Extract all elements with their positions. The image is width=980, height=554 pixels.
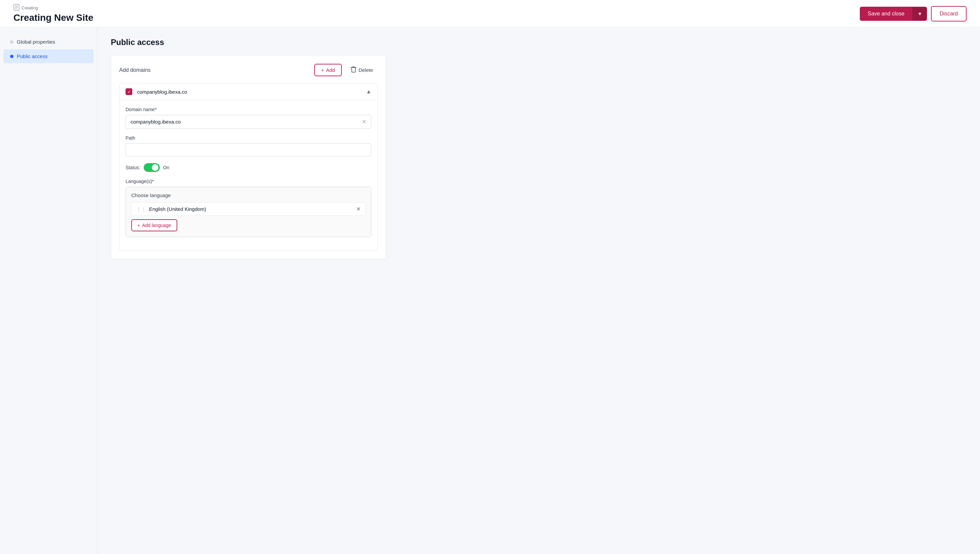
sidebar-item-label-global: Global properties bbox=[17, 39, 55, 45]
domain-name-group: Domain name* ✕ bbox=[126, 107, 371, 129]
plus-icon-language: + bbox=[137, 223, 140, 228]
domain-name-input[interactable] bbox=[130, 119, 362, 124]
status-field-label: Status: bbox=[126, 165, 140, 170]
add-language-button[interactable]: + Add language bbox=[131, 219, 177, 231]
language-item: ⋮⋮ English (United Kingdom) ✕ bbox=[131, 202, 366, 216]
save-dropdown-button[interactable]: ▼ bbox=[913, 7, 927, 21]
sidebar-item-global-properties[interactable]: Global properties bbox=[3, 35, 94, 49]
path-input-wrapper bbox=[126, 143, 371, 156]
path-group: Path bbox=[126, 135, 371, 156]
card-header-actions: + Add Delete bbox=[314, 64, 378, 76]
sidebar-item-label-public: Public access bbox=[17, 53, 48, 59]
header-subtitle: Creating bbox=[13, 4, 93, 12]
section-title: Public access bbox=[111, 38, 967, 47]
domain-form: Domain name* ✕ Path bbox=[119, 100, 377, 250]
remove-language-icon[interactable]: ✕ bbox=[356, 206, 361, 212]
sidebar-dot-public bbox=[10, 55, 13, 58]
domain-accordion-header[interactable]: ✓ companyblog.ibexa.co ▲ bbox=[119, 84, 377, 100]
page-title: Creating New Site bbox=[13, 13, 93, 23]
discard-button[interactable]: Discard bbox=[931, 6, 967, 21]
add-domain-button[interactable]: + Add bbox=[314, 64, 341, 76]
page-icon bbox=[13, 4, 19, 12]
drag-handle-icon[interactable]: ⋮⋮ bbox=[136, 207, 146, 212]
domains-card: Add domains + Add Delete bbox=[111, 55, 386, 259]
delete-button-label: Delete bbox=[359, 67, 373, 73]
content-area: Public access Add domains + Add bbox=[97, 27, 980, 554]
clear-domain-name-icon[interactable]: ✕ bbox=[362, 118, 366, 125]
status-toggle[interactable] bbox=[144, 163, 160, 172]
language-name: English (United Kingdom) bbox=[149, 206, 206, 212]
main-layout: Global properties Public access Public a… bbox=[0, 27, 980, 554]
add-button-label: Add bbox=[326, 67, 335, 73]
toggle-knob bbox=[152, 164, 159, 171]
status-row: Status: On bbox=[126, 163, 371, 172]
languages-box: Choose language ⋮⋮ English (United Kingd… bbox=[126, 187, 371, 237]
add-language-label: Add language bbox=[142, 223, 171, 228]
languages-field-label: Language(s)* bbox=[126, 178, 371, 184]
path-input[interactable] bbox=[130, 147, 366, 153]
path-field-label: Path bbox=[126, 135, 371, 141]
domain-name-input-wrapper: ✕ bbox=[126, 115, 371, 129]
choose-language-label: Choose language bbox=[131, 193, 366, 198]
trash-icon bbox=[350, 66, 356, 74]
domain-checkbox[interactable]: ✓ bbox=[126, 88, 132, 95]
domain-accordion: ✓ companyblog.ibexa.co ▲ Domain name* ✕ bbox=[119, 83, 378, 251]
plus-icon: + bbox=[321, 67, 324, 73]
sidebar-dot-global bbox=[10, 40, 13, 44]
sidebar-item-public-access[interactable]: Public access bbox=[3, 49, 94, 63]
domain-name-field-label: Domain name* bbox=[126, 107, 371, 112]
language-item-left: ⋮⋮ English (United Kingdom) bbox=[136, 206, 206, 212]
checkmark-icon: ✓ bbox=[127, 89, 131, 94]
delete-domain-button[interactable]: Delete bbox=[346, 64, 378, 76]
status-on-label: On bbox=[163, 165, 170, 170]
header-actions: Save and close ▼ Discard bbox=[860, 6, 967, 21]
header: Creating Creating New Site Save and clos… bbox=[0, 0, 980, 27]
sidebar: Global properties Public access bbox=[0, 27, 97, 554]
languages-group: Language(s)* Choose language ⋮⋮ English … bbox=[126, 178, 371, 237]
chevron-up-icon: ▲ bbox=[366, 89, 371, 95]
save-and-close-button[interactable]: Save and close ▼ bbox=[860, 7, 927, 21]
domain-name-label: companyblog.ibexa.co bbox=[137, 89, 366, 95]
add-domains-label: Add domains bbox=[119, 67, 150, 73]
header-left: Creating Creating New Site bbox=[13, 4, 93, 23]
save-main[interactable]: Save and close bbox=[860, 7, 913, 21]
card-header: Add domains + Add Delete bbox=[119, 64, 378, 76]
chevron-down-icon: ▼ bbox=[918, 11, 922, 16]
